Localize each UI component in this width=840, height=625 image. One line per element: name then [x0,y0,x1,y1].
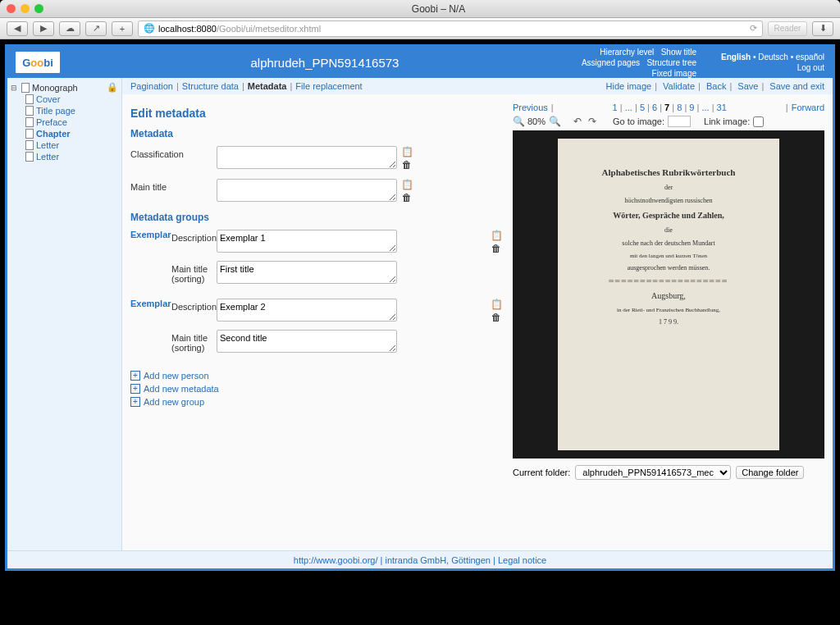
group-exemplar-1: Exemplar [130,230,171,240]
input-classification[interactable] [217,146,397,169]
page-...: ... [701,103,709,112]
link-image-checkbox[interactable] [753,116,764,127]
sidebar: ⊟ Monograph 🔒 CoverTitle pagePrefaceChap… [7,78,122,550]
page-31[interactable]: 31 [717,103,727,112]
zoom-in-icon[interactable]: 🔍 [549,116,560,127]
url-path: /Goobi/ui/metseditor.xhtml [217,24,321,34]
link-back[interactable]: Back [706,81,726,91]
link-fixed[interactable]: Fixed image [652,69,696,78]
download-icon[interactable]: ⬇ [812,21,833,36]
link-validate[interactable]: Validate [663,81,695,91]
back-button[interactable]: ◀ [7,21,28,36]
lock-icon: 🔒 [107,82,118,93]
zoom-window-icon[interactable] [34,4,43,13]
delete-icon[interactable]: 🗑 [401,159,413,171]
lang-english[interactable]: English [721,52,751,62]
copy-icon[interactable]: 📋 [491,230,502,241]
section-metadata: Metadata [130,128,503,139]
minimize-window-icon[interactable] [21,4,30,13]
lang-espanol[interactable]: español [796,52,824,62]
label-sort-title: Main title (sorting) [171,330,217,353]
zoom-value: 80% [527,116,546,126]
forward-button[interactable]: ▶ [33,21,54,36]
form-heading: Edit metadata [130,107,503,120]
add-metadata-link[interactable]: +Add new metadata [130,382,503,395]
add-person-link[interactable]: +Add new person [130,369,503,382]
delete-icon[interactable]: 🗑 [401,192,413,203]
footer-url[interactable]: http://www.goobi.org/ [294,555,378,565]
image-area: Previous| 1 | ... | 5 | 6 | 7 | 8 | 9 | … [513,103,824,480]
link-assigned[interactable]: Assigned pages [582,58,640,67]
sidebar-item-preface[interactable]: Preface [25,116,118,128]
forward-link[interactable]: Forward [792,103,824,112]
goto-input[interactable] [668,116,691,127]
footer-legal[interactable]: Legal notice [498,555,546,565]
link-save-exit[interactable]: Save and exit [769,81,824,91]
close-window-icon[interactable] [7,4,16,13]
copy-icon[interactable]: 📋 [401,179,413,190]
window-title: Goobi – N/A [43,3,833,15]
goto-label: Go to image: [613,116,664,126]
page-...: ... [625,103,632,112]
reader-button[interactable]: Reader [768,21,807,36]
window-titlebar: Goobi – N/A [0,0,840,18]
sidebar-item-cover[interactable]: Cover [25,94,118,105]
scan-viewer[interactable]: Alphabetisches Rubrikwörterbuch der höch… [513,130,824,458]
url-host: localhost:8080 [158,24,217,34]
lang-deutsch[interactable]: Deutsch [758,52,788,62]
sidebar-item-chapter[interactable]: Chapter [25,128,118,139]
input-ex1-desc[interactable]: Exemplar 1 [217,230,397,253]
add-group-link[interactable]: +Add new group [130,395,503,408]
link-save[interactable]: Save [737,81,758,91]
page-title: alphrudeh_PPN591416573 [68,56,582,70]
input-ex2-desc[interactable]: Exemplar 2 [217,299,397,322]
tab-bar: Pagination| Structure data| Metadata| Fi… [122,78,833,94]
link-hierarchy[interactable]: Hierarchy level [600,48,654,57]
input-main-title[interactable] [217,179,397,202]
sidebar-item-letter[interactable]: Letter [25,139,118,151]
input-ex2-title[interactable]: Second title [217,330,397,353]
link-hide-image[interactable]: Hide image [606,81,652,91]
link-structure[interactable]: Structure tree [646,58,696,67]
tab-file[interactable]: File replacement [295,81,362,91]
label-description: Description [171,230,217,243]
browser-toolbar: ◀ ▶ ☁ ↗ + 🌐 localhost:8080 /Goobi/ui/met… [0,18,840,39]
section-groups: Metadata groups [130,212,503,223]
input-ex1-title[interactable]: First title [217,261,397,284]
link-image-label: Link image: [704,116,750,126]
delete-icon[interactable]: 🗑 [491,243,502,254]
url-bar[interactable]: 🌐 localhost:8080 /Goobi/ui/metseditor.xh… [138,21,763,37]
add-icon[interactable]: + [112,21,133,36]
form-area: Edit metadata Metadata Classification 📋🗑… [130,103,503,480]
label-sort-title: Main title (sorting) [171,261,217,284]
copy-icon[interactable]: 📋 [401,146,413,157]
tab-pagination[interactable]: Pagination [130,81,173,91]
delete-icon[interactable]: 🗑 [491,312,502,323]
sidebar-item-title-page[interactable]: Title page [25,105,118,116]
group-exemplar-2: Exemplar [130,299,171,308]
label-classification: Classification [130,146,217,159]
folder-select[interactable]: alphrudeh_PPN591416573_mec [575,465,731,480]
rotate-left-icon[interactable]: ↶ [573,116,585,127]
folder-label: Current folder: [513,468,570,477]
prev-link[interactable]: Previous [513,103,548,112]
change-folder-button[interactable]: Change folder [736,466,804,479]
link-show-title[interactable]: Show title [661,48,696,57]
footer: http://www.goobi.org/ | intranda GmbH, G… [7,550,833,568]
sidebar-item-letter[interactable]: Letter [25,151,118,162]
cloud-icon[interactable]: ☁ [59,21,80,36]
link-logout[interactable]: Log out [797,63,824,72]
rotate-right-icon[interactable]: ↷ [588,116,600,127]
zoom-out-icon[interactable]: 🔍 [513,116,524,127]
label-description: Description [171,299,217,312]
logo[interactable]: Goobi [16,52,60,73]
copy-icon[interactable]: 📋 [491,299,502,310]
app-header: Goobi alphrudeh_PPN591416573 Hierarchy l… [7,47,833,78]
share-icon[interactable]: ↗ [85,21,107,36]
tab-metadata[interactable]: Metadata [248,81,287,91]
label-main-title: Main title [130,179,217,192]
tab-structure[interactable]: Structure data [182,81,239,91]
tree-root[interactable]: ⊟ Monograph 🔒 [11,81,118,94]
